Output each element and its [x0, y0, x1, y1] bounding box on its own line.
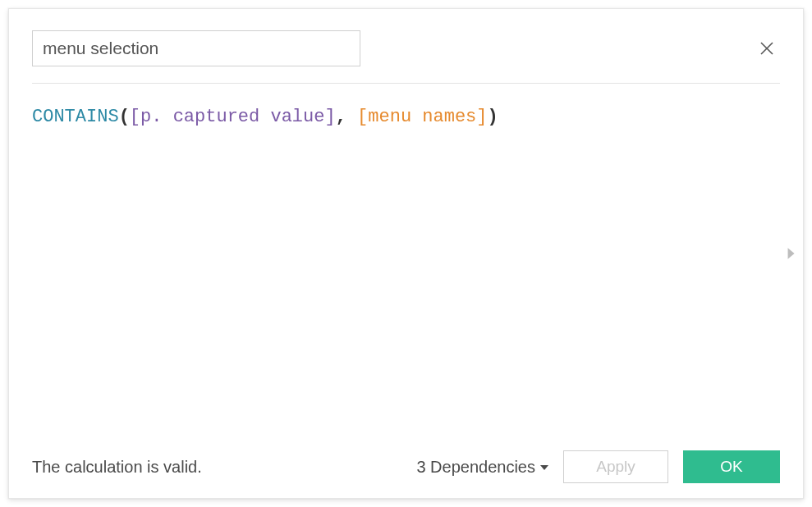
token-function: CONTAINS — [32, 107, 119, 127]
dependencies-label: 3 Dependencies — [416, 458, 535, 477]
calculation-name-input[interactable] — [32, 30, 360, 66]
title-row — [32, 30, 780, 66]
token-paren-open: ( — [119, 107, 130, 127]
ok-button[interactable]: OK — [683, 450, 780, 483]
calculated-field-dialog: CONTAINS([p. captured value], [menu name… — [8, 8, 804, 499]
apply-button[interactable]: Apply — [563, 450, 668, 483]
dependencies-dropdown[interactable]: 3 Dependencies — [416, 458, 548, 477]
close-icon — [759, 40, 775, 57]
close-button[interactable] — [754, 35, 780, 62]
token-field: [menu names] — [357, 107, 487, 127]
token-field: [p. captured value] — [130, 107, 336, 127]
expand-functions-handle[interactable] — [783, 244, 798, 263]
formula-editor[interactable]: CONTAINS([p. captured value], [menu name… — [32, 84, 780, 441]
validation-status: The calculation is valid. — [32, 458, 202, 477]
token-separator: , — [336, 107, 357, 127]
dialog-footer: The calculation is valid. 3 Dependencies… — [32, 441, 780, 483]
token-paren-close: ) — [488, 107, 498, 127]
chevron-right-icon — [786, 247, 796, 260]
svg-marker-2 — [788, 248, 795, 259]
caret-down-icon — [540, 465, 548, 470]
